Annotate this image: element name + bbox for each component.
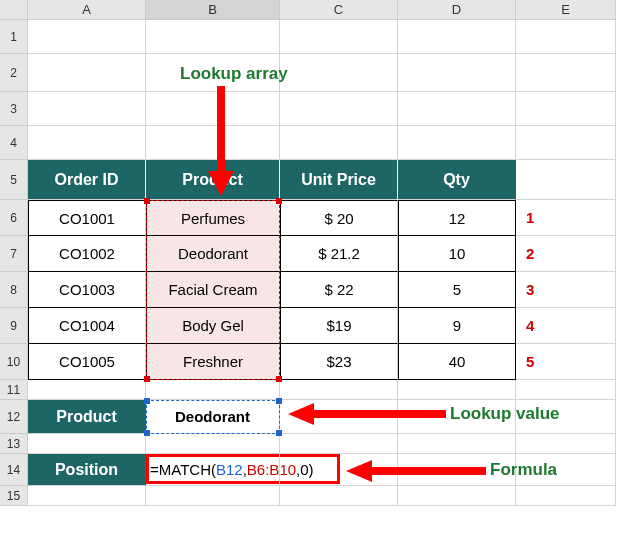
cell-B1[interactable] <box>146 20 280 54</box>
cell-E2[interactable] <box>516 54 616 92</box>
cell-C15[interactable] <box>280 486 398 506</box>
formula-cell[interactable]: =MATCH(B12,B6:B10,0) <box>146 454 280 486</box>
header-unit-price[interactable]: Unit Price <box>280 160 398 200</box>
cell-C12[interactable] <box>280 400 398 434</box>
cell-C2[interactable] <box>280 54 398 92</box>
cell-D9[interactable]: 9 <box>398 308 516 344</box>
cell-D12[interactable] <box>398 400 516 434</box>
row-header-3[interactable]: 3 <box>0 92 28 126</box>
cell-E11[interactable] <box>516 380 616 400</box>
formula-arg2: B6:B10 <box>247 461 296 478</box>
col-header-D[interactable]: D <box>398 0 516 19</box>
formula-suffix: ) <box>309 461 314 478</box>
row-header-6[interactable]: 6 <box>0 200 28 236</box>
cell-E12[interactable] <box>516 400 616 434</box>
cell-B11[interactable] <box>146 380 280 400</box>
cell-E3[interactable] <box>516 92 616 126</box>
cell-A10[interactable]: CO1005 <box>28 344 146 380</box>
row-header-4[interactable]: 4 <box>0 126 28 160</box>
cell-B10[interactable]: Freshner <box>146 344 280 380</box>
lookup-value-cell[interactable]: Deodorant <box>146 400 280 434</box>
cell-B6[interactable]: Perfumes <box>146 200 280 236</box>
cell-A3[interactable] <box>28 92 146 126</box>
cell-D8[interactable]: 5 <box>398 272 516 308</box>
cell-A13[interactable] <box>28 434 146 454</box>
cell-B13[interactable] <box>146 434 280 454</box>
row-header-12[interactable]: 12 <box>0 400 28 434</box>
row-header-14[interactable]: 14 <box>0 454 28 486</box>
cell-B2[interactable] <box>146 54 280 92</box>
row-header-8[interactable]: 8 <box>0 272 28 308</box>
cell-A8[interactable]: CO1003 <box>28 272 146 308</box>
lookup-label[interactable]: Product <box>28 400 146 434</box>
cell-D4[interactable] <box>398 126 516 160</box>
cell-D11[interactable] <box>398 380 516 400</box>
cell-A9[interactable]: CO1004 <box>28 308 146 344</box>
formula-arg3: 0 <box>300 461 308 478</box>
cell-B9[interactable]: Body Gel <box>146 308 280 344</box>
cell-A6[interactable]: CO1001 <box>28 200 146 236</box>
spreadsheet: A B C D E 1 2 3 4 5 6 7 8 9 10 11 12 13 … <box>0 0 616 506</box>
cell-C9[interactable]: $19 <box>280 308 398 344</box>
cell-A4[interactable] <box>28 126 146 160</box>
cell-E1[interactable] <box>516 20 616 54</box>
formula-prefix: =MATCH( <box>150 461 216 478</box>
position-label[interactable]: Position <box>28 454 146 486</box>
column-headers: A B C D E <box>0 0 616 20</box>
col-header-A[interactable]: A <box>28 0 146 19</box>
cell-C7[interactable]: $ 21.2 <box>280 236 398 272</box>
cell-C3[interactable] <box>280 92 398 126</box>
header-product[interactable]: Product <box>146 160 280 200</box>
cell-A11[interactable] <box>28 380 146 400</box>
select-all-corner[interactable] <box>0 0 28 19</box>
cell-C8[interactable]: $ 22 <box>280 272 398 308</box>
cell-D15[interactable] <box>398 486 516 506</box>
row-header-1[interactable]: 1 <box>0 20 28 54</box>
col-header-E[interactable]: E <box>516 0 616 19</box>
row-index-1: 1 <box>516 200 616 236</box>
row-index-3: 3 <box>516 272 616 308</box>
cell-A2[interactable] <box>28 54 146 92</box>
cell-C11[interactable] <box>280 380 398 400</box>
cell-B3[interactable] <box>146 92 280 126</box>
cell-C13[interactable] <box>280 434 398 454</box>
cell-C1[interactable] <box>280 20 398 54</box>
row-header-5[interactable]: 5 <box>0 160 28 200</box>
row-header-13[interactable]: 13 <box>0 434 28 454</box>
cell-A7[interactable]: CO1002 <box>28 236 146 272</box>
cell-E4[interactable] <box>516 126 616 160</box>
row-header-15[interactable]: 15 <box>0 486 28 506</box>
grid: Order ID Product Unit Price Qty CO1001 P… <box>28 20 616 506</box>
cell-B7[interactable]: Deodorant <box>146 236 280 272</box>
cell-E14[interactable] <box>516 454 616 486</box>
col-header-B[interactable]: B <box>146 0 280 19</box>
cell-C10[interactable]: $23 <box>280 344 398 380</box>
row-header-7[interactable]: 7 <box>0 236 28 272</box>
row-header-2[interactable]: 2 <box>0 54 28 92</box>
cell-E15[interactable] <box>516 486 616 506</box>
cell-A1[interactable] <box>28 20 146 54</box>
cell-D7[interactable]: 10 <box>398 236 516 272</box>
cell-C4[interactable] <box>280 126 398 160</box>
cell-E5[interactable] <box>516 160 616 200</box>
cell-D2[interactable] <box>398 54 516 92</box>
cell-A15[interactable] <box>28 486 146 506</box>
row-header-9[interactable]: 9 <box>0 308 28 344</box>
cell-D3[interactable] <box>398 92 516 126</box>
row-header-10[interactable]: 10 <box>0 344 28 380</box>
cell-E13[interactable] <box>516 434 616 454</box>
cell-B8[interactable]: Facial Cream <box>146 272 280 308</box>
header-qty[interactable]: Qty <box>398 160 516 200</box>
cell-B4[interactable] <box>146 126 280 160</box>
col-header-C[interactable]: C <box>280 0 398 19</box>
cell-D10[interactable]: 40 <box>398 344 516 380</box>
cell-D6[interactable]: 12 <box>398 200 516 236</box>
row-index-5: 5 <box>516 344 616 380</box>
row-header-11[interactable]: 11 <box>0 380 28 400</box>
cell-D1[interactable] <box>398 20 516 54</box>
header-order-id[interactable]: Order ID <box>28 160 146 200</box>
cell-B15[interactable] <box>146 486 280 506</box>
cell-D13[interactable] <box>398 434 516 454</box>
cell-D14[interactable] <box>398 454 516 486</box>
cell-C6[interactable]: $ 20 <box>280 200 398 236</box>
